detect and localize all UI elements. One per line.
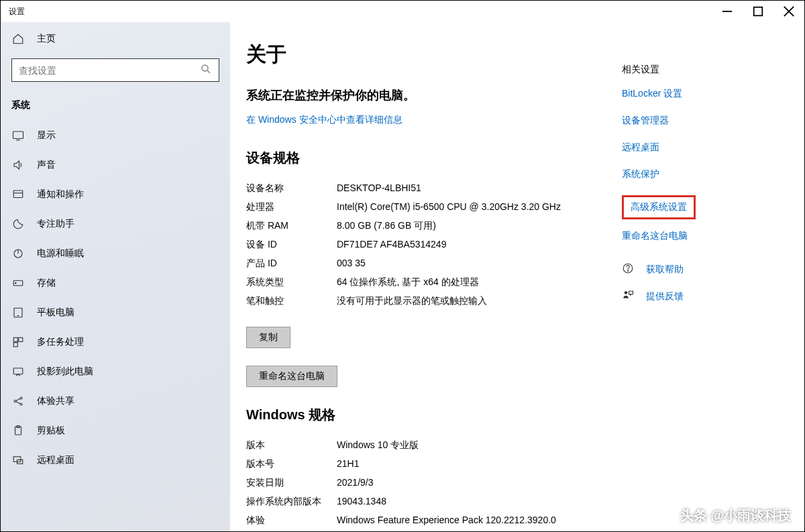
copy-button[interactable]: 复制: [246, 327, 290, 348]
section-header: 系统: [1, 94, 230, 121]
windows-spec-table: 版本Windows 10 专业版 版本号21H1 安装日期2021/9/3 操作…: [246, 436, 608, 530]
remote-desktop-link[interactable]: 远程桌面: [622, 142, 783, 154]
multitask-icon: [11, 336, 25, 348]
nav-tablet[interactable]: 平板电脑: [1, 298, 230, 327]
bitlocker-link[interactable]: BitLocker 设置: [622, 88, 783, 100]
related-header: 相关设置: [622, 64, 783, 76]
svg-point-20: [14, 401, 16, 403]
maximize-button[interactable]: [743, 1, 773, 22]
spec-row: 产品 ID003 35: [246, 254, 608, 273]
clipboard-icon: [11, 425, 25, 437]
close-button[interactable]: [773, 1, 804, 22]
get-help-row[interactable]: 获取帮助: [622, 262, 783, 277]
rename-pc-link[interactable]: 重命名这台电脑: [622, 230, 783, 242]
nav-multitask[interactable]: 多任务处理: [1, 327, 230, 357]
nav-label: 声音: [37, 159, 56, 171]
spec-row: 设备名称DESKTOP-4LBHI51: [246, 179, 608, 198]
nav-display[interactable]: 显示: [1, 121, 230, 150]
spec-row: 笔和触控没有可用于此显示器的笔或触控输入: [246, 292, 608, 311]
windows-spec-header: Windows 规格: [246, 406, 608, 424]
help-icon: [622, 262, 637, 277]
spec-row: 版本号21H1: [246, 455, 608, 474]
get-help-link[interactable]: 获取帮助: [646, 264, 684, 276]
storage-icon: [11, 277, 25, 289]
nav-label: 投影到此电脑: [37, 366, 93, 378]
svg-rect-6: [13, 131, 23, 139]
nav-shared[interactable]: 体验共享: [1, 386, 230, 416]
page-title: 关于: [246, 41, 608, 68]
minimize-button[interactable]: [712, 1, 743, 22]
svg-point-22: [20, 403, 22, 405]
svg-point-13: [15, 282, 17, 284]
nav-label: 体验共享: [37, 395, 74, 407]
spec-row: 体验Windows Feature Experience Pack 120.22…: [246, 511, 608, 530]
svg-line-24: [16, 402, 20, 404]
protection-subtitle: 系统正在监控并保护你的电脑。: [246, 87, 608, 103]
spec-row: 机带 RAM8.00 GB (7.86 GB 可用): [246, 217, 608, 235]
focus-icon: [11, 218, 25, 230]
device-manager-link[interactable]: 设备管理器: [622, 115, 783, 127]
spec-row: 操作系统内部版本19043.1348: [246, 492, 608, 511]
related-settings-panel: 相关设置 BitLocker 设置 设备管理器 远程桌面 系统保护 高级系统设置…: [608, 41, 783, 518]
remote-icon: [11, 454, 25, 466]
titlebar: 设置: [1, 1, 804, 22]
nav-notifications[interactable]: 通知和操作: [1, 180, 230, 209]
spec-row: 版本Windows 10 专业版: [246, 436, 608, 455]
advanced-system-settings-link[interactable]: 高级系统设置: [631, 201, 687, 213]
nav-sound[interactable]: 声音: [1, 150, 230, 180]
svg-point-30: [627, 270, 628, 271]
watermark: 头条 @小雨谈科技: [680, 507, 791, 525]
feedback-row[interactable]: 提供反馈: [622, 289, 783, 304]
svg-point-21: [20, 397, 22, 399]
svg-rect-19: [13, 368, 23, 374]
system-protection-link[interactable]: 系统保护: [622, 168, 783, 180]
nav-power[interactable]: 电源和睡眠: [1, 239, 230, 268]
nav-clipboard[interactable]: 剪贴板: [1, 416, 230, 445]
svg-rect-17: [19, 337, 23, 341]
nav-projecting[interactable]: 投影到此电脑: [1, 357, 230, 386]
tablet-icon: [11, 307, 25, 319]
content-area: 关于 系统正在监控并保护你的电脑。 在 Windows 安全中心中查看详细信息 …: [230, 22, 804, 531]
search-box[interactable]: [11, 58, 219, 82]
device-spec-header: 设备规格: [246, 149, 608, 167]
feedback-icon: [622, 289, 637, 304]
share-icon: [11, 395, 25, 407]
nav-storage[interactable]: 存储: [1, 268, 230, 298]
nav-label: 远程桌面: [37, 454, 74, 466]
nav-label: 存储: [37, 277, 56, 289]
svg-rect-16: [13, 337, 17, 341]
home-nav[interactable]: 主页: [1, 28, 230, 50]
svg-line-5: [207, 70, 210, 73]
svg-rect-8: [13, 191, 23, 198]
svg-rect-1: [754, 7, 763, 16]
device-spec-table: 设备名称DESKTOP-4LBHI51 处理器Intel(R) Core(TM)…: [246, 179, 608, 311]
search-icon: [200, 63, 212, 77]
spec-row: 设备 IDDF71DE7 AF4BA5314249: [246, 235, 608, 254]
nav-label: 电源和睡眠: [37, 248, 84, 260]
svg-line-23: [16, 398, 20, 401]
nav-label: 显示: [37, 129, 56, 142]
home-label: 主页: [37, 33, 56, 45]
feedback-link[interactable]: 提供反馈: [646, 290, 684, 303]
display-icon: [11, 129, 25, 142]
home-icon: [11, 33, 25, 45]
notification-icon: [11, 189, 25, 201]
nav-label: 通知和操作: [37, 189, 84, 201]
nav-focus[interactable]: 专注助手: [1, 209, 230, 239]
sidebar: 主页 系统 显示 声音 通知和操作 专注助手 电源和睡眠 存储 平板电脑 多任务…: [1, 22, 230, 531]
nav-label: 多任务处理: [37, 336, 84, 348]
svg-rect-18: [13, 343, 17, 347]
nav-label: 专注助手: [37, 218, 74, 230]
advanced-system-settings-highlight: 高级系统设置: [622, 195, 696, 219]
svg-point-4: [202, 65, 208, 71]
security-center-link[interactable]: 在 Windows 安全中心中查看详细信息: [246, 114, 608, 126]
rename-pc-button[interactable]: 重命名这台电脑: [246, 366, 337, 387]
project-icon: [11, 366, 25, 378]
spec-row: 处理器Intel(R) Core(TM) i5-6500 CPU @ 3.20G…: [246, 198, 608, 217]
nav-label: 剪贴板: [37, 425, 65, 437]
nav-label: 平板电脑: [37, 307, 74, 319]
power-icon: [11, 248, 25, 260]
sound-icon: [11, 159, 25, 171]
search-input[interactable]: [19, 65, 200, 76]
nav-remote[interactable]: 远程桌面: [1, 445, 230, 475]
